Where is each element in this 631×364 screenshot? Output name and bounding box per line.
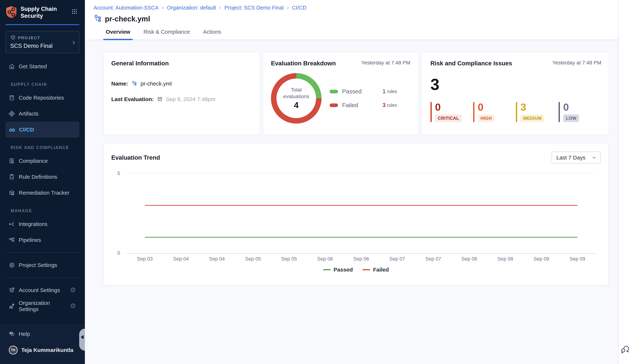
severity-critical[interactable]: 0 CRITICAL [431,102,473,122]
evaluation-breakdown-card: Evaluation Breakdown Yesterday at 7:48 P… [263,52,418,135]
legend-failed[interactable]: Failed [362,266,389,273]
breakdown-legend: Passed 1 rules Failed 3 rules [330,88,397,108]
tab-overview[interactable]: Overview [103,29,133,39]
org-chart-gear-icon [8,302,16,310]
card-title: Evaluation Trend [111,154,160,161]
evaluation-trend-card: Evaluation Trend Last 7 Days 5 0 Sep 03S… [103,144,609,286]
low-badge: LOW [563,114,579,122]
card-title: Evaluation Breakdown [271,60,336,67]
help-chat-icon: ? [8,330,16,338]
trend-series-svg [127,174,595,253]
severity-low[interactable]: 0 LOW [559,102,601,122]
breakdown-body: Total evaluations 4 Passed 1 rules [271,73,410,124]
medium-count: 3 [520,102,544,112]
info-icon[interactable] [70,303,76,309]
x-tick-label: Sep 06 [343,256,379,262]
passed-line-swatch [323,269,331,270]
avatar: TK [9,346,18,354]
high-badge: HIGH [478,114,495,122]
high-count: 0 [478,102,495,112]
calendar-icon [157,96,163,102]
page-header: Account: Automation-SSCA Organization: d… [85,0,618,40]
sidebar-item-cicd[interactable]: ∞ CI/CD [0,122,85,138]
general-information-card: General Information Name: pr-check.yml [103,52,260,135]
breadcrumb-account[interactable]: Account: Automation-SSCA [94,5,159,11]
sidebar-item-rule-definitions[interactable]: Rule Definitions [0,169,85,185]
chevron-right-icon: › [73,38,75,46]
sidebar-item-compliance[interactable]: Compliance [0,153,85,169]
integrations-icon [8,220,16,228]
breadcrumb-cicd[interactable]: CI/CD [292,5,307,11]
user-profile[interactable]: TK Teja Kummarikuntla [0,341,85,359]
sidebar-collapse-handle[interactable] [79,329,85,351]
sidebar-item-code-repositories[interactable]: </> Code Repositories [0,90,85,106]
severity-bar [516,102,517,122]
svg-text:?: ? [11,332,12,334]
sidebar-item-organization-settings[interactable]: Organization Settings [0,298,85,314]
legend-passed[interactable]: Passed [323,266,353,273]
sidebar-item-integrations[interactable]: Integrations [0,216,85,232]
legend-row-failed[interactable]: Failed 3 rules [330,102,397,108]
severity-bar [559,102,560,122]
info-icon[interactable] [70,287,76,293]
y-axis-min-label: 0 [117,250,120,256]
sidebar-nav: Get Started SUPPLY CHAIN </> Code Reposi… [0,58,85,314]
sidebar-item-remediation-tracker[interactable]: Remediation Tracker [0,185,85,201]
trend-line-chart[interactable]: 5 0 [127,173,595,254]
sidebar-item-artifacts[interactable]: Artifacts [0,106,85,122]
name-row: Name: pr-check.yml [111,80,252,87]
cube-icon [10,34,16,41]
legend-row-passed[interactable]: Passed 1 rules [330,88,397,95]
failed-count: 3 [382,102,386,108]
evaluations-donut-chart[interactable]: Total evaluations 4 [271,73,322,124]
tab-risk-compliance[interactable]: Risk & Compliance [141,29,192,39]
title-row: pr-check.yml [94,14,618,24]
x-tick-label: Sep 09 [523,256,559,262]
severity-high[interactable]: 0 HIGH [473,102,516,122]
svg-text:</>: </> [10,97,13,99]
last-evaluation-row: Last Evaluation: Sep 9, 2024 7:48pm [111,96,252,102]
x-tick-label: Sep 05 [235,256,271,262]
project-name: SCS Demo Final [10,43,75,49]
critical-count: 0 [435,102,462,112]
summary-cards-row: General Information Name: pr-check.yml [103,52,609,135]
project-selector[interactable]: PROJECT SCS Demo Final › [6,31,79,53]
sidebar-item-pipelines[interactable]: Pipelines [0,232,85,248]
risk-compliance-issues-card: Risk and Compliance Issues Yesterday at … [421,52,609,135]
x-tick-label: Sep 06 [307,256,343,262]
breadcrumb-project[interactable]: Project: SCS Demo Final [224,5,283,11]
critical-badge: CRITICAL [435,114,462,122]
x-tick-label: Sep 04 [163,256,199,262]
user-name: Teja Kummarikuntla [21,347,74,353]
main-area: Account: Automation-SSCA Organization: d… [85,0,618,364]
app-logo[interactable]: Supply Chain Security [6,6,57,20]
section-supply-chain: SUPPLY CHAIN [0,79,85,90]
y-axis-max-label: 5 [117,171,120,176]
breadcrumb: Account: Automation-SSCA Organization: d… [94,5,618,11]
artifacts-icon [8,110,16,117]
tab-bar: Overview Risk & Compliance Actions [94,29,618,40]
sidebar-item-account-settings[interactable]: Account Settings [0,282,85,298]
sidebar-item-help[interactable]: ? Help [0,327,85,341]
tab-actions[interactable]: Actions [200,29,224,39]
x-tick-label: Sep 07 [379,256,415,262]
pipelines-icon [8,236,16,244]
breadcrumb-organization[interactable]: Organization: default [167,5,216,11]
total-issues-count: 3 [431,76,601,92]
x-tick-label: Sep 08 [451,256,487,262]
x-tick-label: Sep 05 [271,256,307,262]
right-rail [618,0,631,364]
code-repository-icon: </> [8,94,16,102]
support-chat-icon[interactable] [620,344,630,355]
donut-center: Total evaluations 4 [276,78,316,118]
pipeline-icon [131,80,137,87]
sidebar-footer: ? Help TK Teja Kummarikuntla [0,323,85,364]
sidebar-item-project-settings[interactable]: Project Settings [0,257,85,273]
app-title: Supply Chain Security [21,6,57,20]
failed-line-swatch [362,269,370,270]
donut-center-label: Total evaluations [279,86,314,100]
apps-grid-icon[interactable] [71,8,78,16]
trend-range-select[interactable]: Last 7 Days [552,152,600,164]
sidebar-item-get-started[interactable]: Get Started [0,58,85,74]
severity-medium[interactable]: 3 MEDIUM [516,102,559,122]
